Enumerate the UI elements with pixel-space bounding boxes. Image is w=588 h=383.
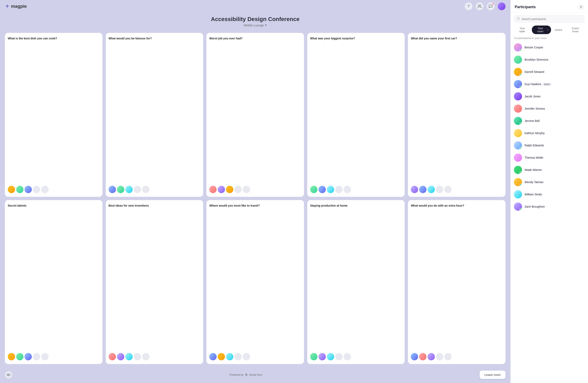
card-title: Worst job you ever had? [209,37,301,41]
svg-marker-1 [7,374,9,376]
card-title: What is the best dish you can cook? [8,37,100,41]
card-avatar [411,186,418,193]
card-avatar [125,353,133,360]
top-nav: ✦ magpie ? [0,0,510,13]
chevron-down-icon: ▾ [265,23,267,27]
participant-item-jacob[interactable]: Jacob Jones [512,90,586,103]
card-7[interactable]: Best ideas for new inventions [106,200,203,364]
participant-avatar [514,68,522,76]
room-selector[interactable]: Mobile Lounge ▾ [244,23,267,27]
card-avatar-placeholder [41,186,49,193]
participant-avatar [514,129,522,137]
card-10[interactable]: What would you do with an extra hour? [408,200,505,364]
card-4[interactable]: What was your biggest surprise? [307,33,405,197]
card-avatar-placeholder [134,353,141,360]
card-avatars [209,186,301,193]
participant-name: Bessie Cooper [525,45,543,49]
card-avatar-placeholder [335,353,343,360]
card-avatar [209,353,217,360]
powered-by-text: Powered by [230,373,244,376]
user-avatar-button[interactable] [498,2,505,10]
card-avatar-placeholder [234,353,242,360]
participant-item-wade[interactable]: Wade Warren [512,164,586,176]
participant-item-brooklyn[interactable]: Brooklyn Simmons [512,53,586,66]
participant-name: Wendy Tatman [525,180,544,184]
participant-name-text: Jerome Bell [525,119,540,123]
card-9[interactable]: Staying productive at home [307,200,405,364]
card-avatar [109,353,116,360]
filter-tab-remove-icon[interactable]: × [547,29,548,31]
card-avatar [226,186,233,193]
card-avatar [310,353,317,360]
card-avatar-placeholder [234,186,242,193]
close-sidebar-button[interactable]: ✕ [578,4,584,10]
card-avatar [419,353,426,360]
participant-name-text: Ralph Edwards [525,144,544,147]
participant-item-wendy[interactable]: Wendy Tatman [512,176,586,188]
card-avatar-placeholder [243,186,250,193]
card-avatar [16,186,23,193]
participant-item-jerome[interactable]: Jerome Bell [512,115,586,127]
participant-item-zach[interactable]: Zach Broughton [512,200,586,213]
participant-name: Darrell Steward [525,70,544,74]
card-6[interactable]: Secret talents [5,200,103,364]
chat-button[interactable] [487,2,495,10]
card-avatar [427,353,435,360]
filter-tab-your-table[interactable]: Your table [514,25,531,34]
card-5[interactable]: What did you name your first car? [408,33,505,197]
sidebar-header: Participants ✕ [511,0,588,12]
filter-tab-event-hosts[interactable]: Event hosts [566,25,585,34]
participant-item-william[interactable]: William Strats [512,188,586,200]
participant-name: Jacob Jones [525,95,541,98]
search-bar [514,15,585,23]
card-avatar [125,186,133,193]
card-avatar-placeholder [33,186,40,193]
card-8[interactable]: Where would you most like to travel? [206,200,304,364]
card-avatar [218,353,225,360]
card-avatar [24,353,32,360]
participant-name: Jennifer Simoes [525,107,545,110]
card-avatar-placeholder [436,353,443,360]
online-indicator [520,49,522,51]
card-1[interactable]: What is the best dish you can cook? [5,33,103,197]
card-title: What would you do with an extra hour? [411,204,503,208]
participant-item-theresa[interactable]: Theresa Webb [512,151,586,164]
filter-tab-online[interactable]: Online [552,27,565,33]
participant-name-text: Darrell Steward [525,70,544,73]
participant-name-text: Zach Broughton [525,205,545,208]
participant-name-text: Theresa Webb [525,156,543,159]
participant-avatar [514,178,522,186]
participant-item-bessie[interactable]: Bessie Cooper [512,41,586,53]
sidebar-title: Participants [515,5,536,9]
card-avatar [310,186,317,193]
participant-avatar [514,56,522,64]
card-title: What would you be famous for? [109,37,201,41]
participant-name-text: Brooklyn Simmons [525,58,548,61]
volume-button[interactable] [5,371,12,379]
online-indicator [520,123,522,125]
card-avatars [411,353,503,360]
card-avatar [327,353,334,360]
card-avatar-placeholder [41,353,49,360]
help-button[interactable]: ? [465,2,472,10]
card-avatar [209,186,217,193]
search-input[interactable] [522,17,582,21]
participant-avatar [514,80,522,88]
leave-room-button[interactable]: Leave room [480,371,505,379]
participant-item-guy[interactable]: Guy HawkinsHOST [512,78,586,90]
logo-icon: ✦ [5,3,9,10]
card-3[interactable]: Worst job you ever had? [206,33,304,197]
participant-item-ralph[interactable]: Ralph Edwards [512,139,586,151]
people-button[interactable] [476,2,483,10]
participant-name-text: William Strats [525,193,542,196]
card-avatar-placeholder [344,353,351,360]
participant-item-kathryn[interactable]: Kathryn Murphy [512,127,586,139]
card-avatars [310,186,402,193]
filter-tab-your-room[interactable]: Your room× [532,25,551,34]
participant-item-darrell[interactable]: Darrell Steward [512,66,586,78]
online-indicator [520,73,522,76]
host-badge: HOST [543,83,551,86]
participant-item-jennifer[interactable]: Jennifer Simoes [512,103,586,115]
card-avatar [117,186,124,193]
card-2[interactable]: What would you be famous for? [106,33,203,197]
